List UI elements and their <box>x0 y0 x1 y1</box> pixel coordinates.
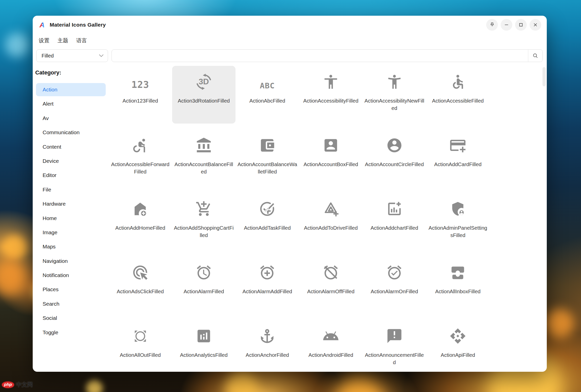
icon-label: ActionAccessibleFilled <box>432 97 484 104</box>
add-card-icon <box>449 129 466 154</box>
icon-grid: 123Action123Filled3DAction3dRotationFill… <box>108 66 490 372</box>
sidebar-item-editor[interactable]: Editor <box>36 169 106 182</box>
php-logo: php <box>2 381 14 388</box>
sidebar-item-action[interactable]: Action <box>36 83 106 96</box>
icon-cell-ActionApiFilled[interactable]: ActionApiFilled <box>426 320 490 372</box>
account-balance-wallet-icon <box>259 129 276 154</box>
icon-label: ActionAccessibleForwardFilled <box>110 161 170 175</box>
icon-cell-ActionAndroidFilled[interactable]: ActionAndroidFilled <box>299 320 363 372</box>
icon-cell-ActionAddHomeFilled[interactable]: ActionAddHomeFilled <box>108 193 172 257</box>
watermark-text: 中文网 <box>16 381 33 388</box>
icon-cell-ActionAccountBalanceWalletFilled[interactable]: ActionAccountBalanceWalletFilled <box>235 129 299 193</box>
icon-cell-ActionAccessibilityNewFilled[interactable]: ActionAccessibilityNewFilled <box>362 66 426 129</box>
sidebar-item-social[interactable]: Social <box>36 311 106 325</box>
sidebar-item-hardware[interactable]: Hardware <box>36 197 106 210</box>
ads-click-icon <box>132 257 149 281</box>
icon-label: ActionAbcFilled <box>249 97 285 104</box>
menu-item-1[interactable]: 主题 <box>58 37 68 44</box>
icon-cell-Action3dRotationFilled[interactable]: 3DAction3dRotationFilled <box>172 66 236 124</box>
icon-cell-ActionAddShoppingCartFilled[interactable]: ActionAddShoppingCartFilled <box>172 193 236 257</box>
icon-label: ActionAlarmFilled <box>184 288 224 295</box>
sidebar-item-label: Device <box>43 158 59 164</box>
icon-cell-ActionAccessibleFilled[interactable]: ActionAccessibleFilled <box>426 66 490 129</box>
icon-cell-ActionAlarmAddFilled[interactable]: ActionAlarmAddFilled <box>235 257 299 320</box>
sidebar-item-label: Action <box>43 87 57 93</box>
icon-cell-ActionAlarmOnFilled[interactable]: ActionAlarmOnFilled <box>362 257 426 320</box>
sidebar: Category: ActionAlertAvCommunicationCont… <box>33 66 109 340</box>
bokeh-light <box>86 380 103 392</box>
icon-label: ActionAddchartFilled <box>371 224 418 231</box>
icon-label: ActionAddTaskFilled <box>244 224 291 231</box>
sidebar-item-label: Hardware <box>43 201 66 207</box>
alarm-add-icon <box>259 257 276 281</box>
sidebar-item-label: Communication <box>43 129 80 135</box>
icon-label: ActionAddHomeFilled <box>115 224 165 231</box>
search-input[interactable] <box>112 50 528 62</box>
icon-cell-ActionAnnouncementFilled[interactable]: ActionAnnouncementFilled <box>362 320 426 372</box>
pin-icon <box>489 22 495 28</box>
icon-cell-ActionAddToDriveFilled[interactable]: ActionAddToDriveFilled <box>299 193 363 257</box>
icon-cell-ActionAddCardFilled[interactable]: ActionAddCardFilled <box>426 129 490 193</box>
sidebar-item-file[interactable]: File <box>36 183 106 196</box>
pin-window-button[interactable] <box>486 19 498 31</box>
add-shopping-cart-icon <box>195 193 212 217</box>
sidebar-item-av[interactable]: Av <box>36 112 106 125</box>
bokeh-light <box>226 372 259 392</box>
api-icon <box>449 320 466 344</box>
icon-cell-ActionAccountBoxFilled[interactable]: ActionAccountBoxFilled <box>299 129 363 193</box>
menu-item-0[interactable]: 设置 <box>39 37 49 44</box>
menu-item-2[interactable]: 语言 <box>76 37 87 44</box>
sidebar-item-maps[interactable]: Maps <box>36 240 106 253</box>
scrollbar-thumb[interactable] <box>542 67 546 86</box>
icon-label: ActionAccessibilityFilled <box>303 97 358 104</box>
icon-cell-ActionAllInboxFilled[interactable]: ActionAllInboxFilled <box>426 257 490 320</box>
icon-cell-ActionAllOutFilled[interactable]: ActionAllOutFilled <box>108 320 172 372</box>
icon-cell-ActionAlarmFilled[interactable]: ActionAlarmFilled <box>172 257 236 320</box>
sidebar-item-toggle[interactable]: Toggle <box>36 326 106 339</box>
svg-text:3D: 3D <box>199 77 209 86</box>
sidebar-item-label: Editor <box>43 172 57 178</box>
sidebar-item-home[interactable]: Home <box>36 212 106 225</box>
announcement-icon <box>386 320 403 344</box>
add-to-drive-icon <box>322 193 339 217</box>
search-icon <box>532 53 538 59</box>
icon-cell-ActionAnchorFilled[interactable]: ActionAnchorFilled <box>235 320 299 372</box>
icon-cell-ActionAbcFilled[interactable]: ABCActionAbcFilled <box>235 66 299 129</box>
maximize-icon <box>518 22 524 28</box>
sidebar-item-image[interactable]: Image <box>36 226 106 239</box>
icon-cell-ActionAccountBalanceFilled[interactable]: ActionAccountBalanceFilled <box>172 129 236 193</box>
sidebar-item-content[interactable]: Content <box>36 140 106 153</box>
add-home-icon <box>132 193 149 217</box>
icon-cell-ActionAddTaskFilled[interactable]: ActionAddTaskFilled <box>235 193 299 257</box>
sidebar-item-label: Content <box>43 144 61 150</box>
icon-cell-ActionAccessibleForwardFilled[interactable]: ActionAccessibleForwardFilled <box>108 129 172 193</box>
icon-cell-ActionAdsClickFilled[interactable]: ActionAdsClickFilled <box>108 257 172 320</box>
icon-label: ActionAddToDriveFilled <box>304 224 358 231</box>
icon-cell-Action123Filled[interactable]: 123Action123Filled <box>108 66 172 129</box>
sidebar-item-navigation[interactable]: Navigation <box>36 254 106 268</box>
sidebar-item-label: Alert <box>43 101 53 107</box>
sidebar-item-alert[interactable]: Alert <box>36 97 106 110</box>
sidebar-item-search[interactable]: Search <box>36 297 106 310</box>
android-icon <box>322 320 339 344</box>
search-button[interactable] <box>528 50 542 62</box>
icon-cell-ActionAnalyticsFilled[interactable]: ActionAnalyticsFilled <box>172 320 236 372</box>
menubar: 设置主题语言 <box>33 34 547 46</box>
minimize-button[interactable] <box>501 19 512 31</box>
icon-cell-ActionAccountCircleFilled[interactable]: ActionAccountCircleFilled <box>362 129 426 193</box>
maximize-button[interactable] <box>515 19 527 31</box>
close-button[interactable] <box>530 19 541 31</box>
sidebar-item-label: Places <box>43 286 59 292</box>
sidebar-item-notification[interactable]: Notification <box>36 269 106 282</box>
icon-cell-ActionAccessibilityFilled[interactable]: ActionAccessibilityFilled <box>299 66 363 129</box>
icon-cell-ActionAddchartFilled[interactable]: ActionAddchartFilled <box>362 193 426 257</box>
icon-cell-ActionAdminPanelSettingsFilled[interactable]: ActionAdminPanelSettingsFilled <box>426 193 490 257</box>
icon-cell-ActionAlarmOffFilled[interactable]: ActionAlarmOffFilled <box>299 257 363 320</box>
variant-dropdown[interactable]: Filled <box>36 49 108 62</box>
sidebar-item-communication[interactable]: Communication <box>36 126 106 139</box>
bokeh-light <box>335 377 383 392</box>
sidebar-item-device[interactable]: Device <box>36 154 106 168</box>
sidebar-item-places[interactable]: Places <box>36 283 106 296</box>
alarm-off-icon <box>322 257 339 281</box>
icon-label: ActionAnchorFilled <box>246 351 289 359</box>
